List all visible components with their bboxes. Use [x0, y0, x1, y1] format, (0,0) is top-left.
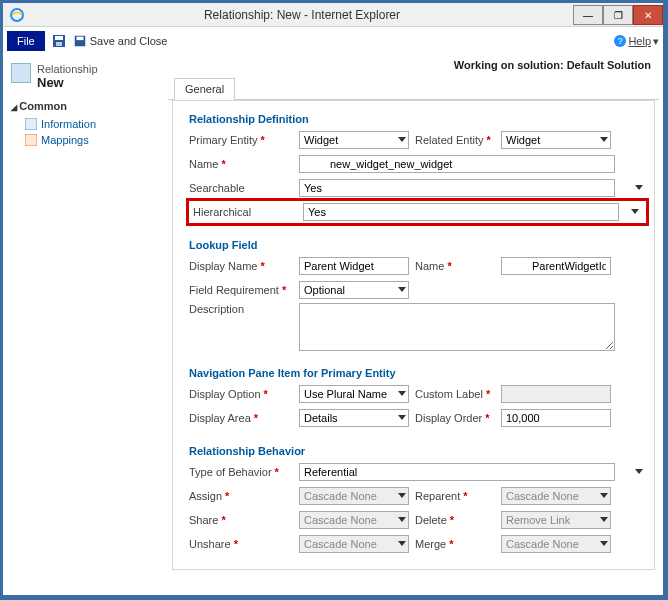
svg-rect-2: [55, 36, 63, 40]
sidebar: Relationship New Common Information Mapp…: [3, 55, 168, 595]
tabs: General: [168, 77, 659, 100]
searchable-select[interactable]: [299, 179, 615, 197]
save-and-close-button[interactable]: Save and Close: [73, 34, 168, 48]
display-option-label: Display Option: [189, 388, 293, 400]
section-nav-pane: Navigation Pane Item for Primary Entity …: [173, 355, 654, 433]
content: Relationship New Common Information Mapp…: [3, 55, 663, 595]
ie-icon: [9, 7, 25, 23]
section-title: Relationship Definition: [189, 113, 646, 125]
sidebar-item-information[interactable]: Information: [11, 116, 160, 132]
delete-select: [501, 511, 611, 529]
display-order-input[interactable]: [501, 409, 611, 427]
description-textarea[interactable]: [299, 303, 615, 351]
searchable-label: Searchable: [189, 182, 293, 194]
display-area-select[interactable]: [299, 409, 409, 427]
sidebar-item-mappings[interactable]: Mappings: [11, 132, 160, 148]
share-label: Share: [189, 514, 293, 526]
delete-label: Delete: [415, 514, 495, 526]
window-title: Relationship: New - Internet Explorer: [31, 8, 573, 22]
section-lookup-field: Lookup Field Display Name Name new_ Fiel…: [173, 227, 654, 355]
merge-label: Merge: [415, 538, 495, 550]
svg-rect-5: [76, 37, 83, 41]
toolbar: File Save and Close ? Help ▾: [3, 27, 663, 55]
hierarchical-select[interactable]: [303, 203, 619, 221]
window-controls: — ❐ ✕: [573, 4, 663, 25]
save-icon[interactable]: [51, 33, 67, 49]
lookup-name-input[interactable]: [501, 257, 611, 275]
section-relationship-definition: Relationship Definition Primary Entity R…: [173, 101, 654, 227]
titlebar: Relationship: New - Internet Explorer — …: [3, 3, 663, 27]
mappings-icon: [25, 134, 37, 146]
sidebar-group-common[interactable]: Common: [11, 100, 160, 112]
entity-header: Relationship New: [11, 63, 160, 90]
tab-general[interactable]: General: [174, 78, 235, 100]
reparent-label: Reparent: [415, 490, 495, 502]
assign-select: [299, 487, 409, 505]
save-close-label: Save and Close: [90, 35, 168, 47]
entity-name: New: [37, 75, 141, 90]
type-behavior-select[interactable]: [299, 463, 615, 481]
merge-select: [501, 535, 611, 553]
maximize-button[interactable]: ❐: [603, 5, 633, 25]
solution-context: Working on solution: Default Solution: [168, 55, 659, 77]
minimize-button[interactable]: —: [573, 5, 603, 25]
type-behavior-label: Type of Behavior: [189, 466, 293, 478]
display-name-label: Display Name: [189, 260, 293, 272]
unshare-select: [299, 535, 409, 553]
entity-type-label: Relationship: [37, 63, 141, 75]
svg-rect-3: [56, 42, 62, 46]
assign-label: Assign: [189, 490, 293, 502]
main-panel: Working on solution: Default Solution Ge…: [168, 55, 663, 595]
name-label: Name: [189, 158, 293, 170]
relationship-icon: [11, 63, 31, 83]
svg-rect-6: [25, 118, 37, 130]
share-select: [299, 511, 409, 529]
section-title: Lookup Field: [189, 239, 646, 251]
lookup-name-label: Name: [415, 260, 495, 272]
description-label: Description: [189, 303, 293, 315]
help-menu[interactable]: ? Help ▾: [614, 35, 659, 48]
related-entity-select[interactable]: [501, 131, 611, 149]
custom-label-label: Custom Label: [415, 388, 495, 400]
primary-entity-label: Primary Entity: [189, 134, 293, 146]
related-entity-label: Related Entity: [415, 134, 495, 146]
help-icon: ?: [614, 35, 626, 47]
close-button[interactable]: ✕: [633, 5, 663, 25]
svg-rect-7: [25, 134, 37, 146]
custom-label-input: [501, 385, 611, 403]
display-name-input[interactable]: [299, 257, 409, 275]
display-option-select[interactable]: [299, 385, 409, 403]
display-order-label: Display Order: [415, 412, 495, 424]
unshare-label: Unshare: [189, 538, 293, 550]
section-title: Navigation Pane Item for Primary Entity: [189, 367, 646, 379]
field-requirement-label: Field Requirement: [189, 284, 293, 296]
display-area-label: Display Area: [189, 412, 293, 424]
app-window: Relationship: New - Internet Explorer — …: [2, 2, 664, 596]
section-relationship-behavior: Relationship Behavior Type of Behavior A…: [173, 433, 654, 559]
section-title: Relationship Behavior: [189, 445, 646, 457]
file-menu[interactable]: File: [7, 31, 45, 51]
hierarchical-row-highlight: Hierarchical: [189, 201, 646, 223]
primary-entity-select[interactable]: [299, 131, 409, 149]
hierarchical-label: Hierarchical: [193, 206, 297, 218]
name-input[interactable]: [299, 155, 615, 173]
info-icon: [25, 118, 37, 130]
chevron-down-icon: ▾: [653, 35, 659, 48]
field-requirement-select[interactable]: [299, 281, 409, 299]
reparent-select: [501, 487, 611, 505]
